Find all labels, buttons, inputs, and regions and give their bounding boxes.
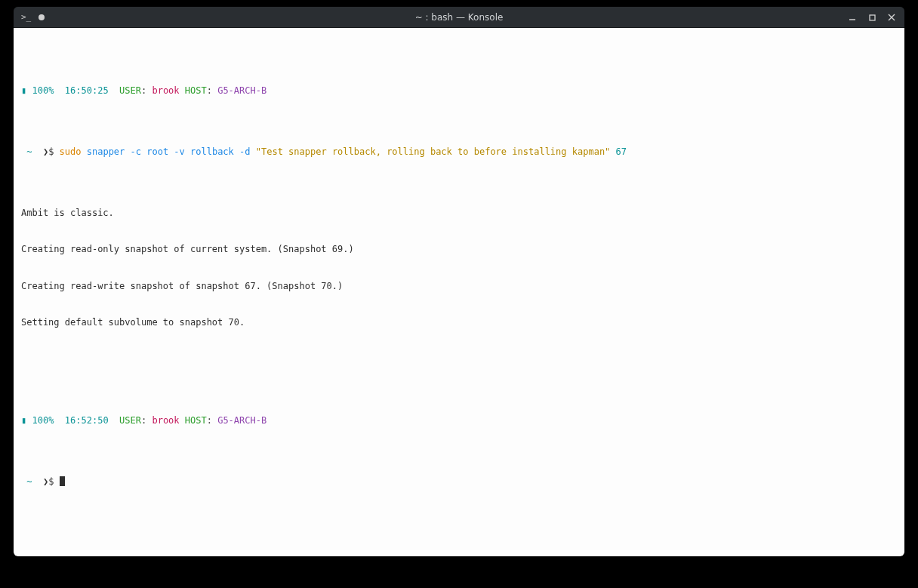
host-name: G5-ARCH-B — [217, 85, 266, 96]
titlebar[interactable]: >_ ~ : bash — Konsole — [14, 7, 904, 28]
minimize-icon — [849, 14, 856, 21]
minimize-button[interactable] — [844, 9, 861, 26]
maximize-button[interactable] — [864, 9, 880, 26]
output-line: Ambit is classic. — [21, 207, 897, 219]
prompt-symbol: ❯$ — [43, 476, 54, 487]
battery-icon: ▮ — [21, 85, 26, 96]
cmd-number: 67 — [616, 146, 627, 157]
tab-activity-dot — [39, 14, 45, 20]
cwd: ~ — [26, 146, 32, 157]
host-label: HOST — [185, 415, 207, 426]
maximize-icon — [869, 14, 876, 21]
time: 16:50:25 — [65, 85, 109, 96]
battery-pct: 100% — [32, 85, 54, 96]
cwd: ~ — [26, 476, 32, 487]
close-icon — [888, 14, 895, 21]
host-label: HOST — [185, 85, 207, 96]
user-label: USER — [119, 415, 141, 426]
cmd-args: snapper -c root -v rollback -d — [87, 146, 251, 157]
svg-rect-0 — [870, 15, 875, 20]
output-line: Setting default subvolume to snapshot 70… — [21, 316, 897, 328]
cmd-string: "Test snapper rollback, rolling back to … — [256, 146, 611, 157]
prompt-status-line: ▮ 100% 16:50:25 USER: brook HOST: G5-ARC… — [21, 85, 897, 97]
blank-line — [21, 353, 897, 365]
output-line: Creating read-only snapshot of current s… — [21, 243, 897, 255]
time: 16:52:50 — [65, 415, 109, 426]
user-label: USER — [119, 85, 141, 96]
command-line[interactable]: ~ ❯$ — [21, 476, 897, 488]
command-line: ~ ❯$ sudo snapper -c root -v rollback -d… — [21, 146, 897, 158]
output-line: Creating read-write snapshot of snapshot… — [21, 280, 897, 292]
host-name: G5-ARCH-B — [217, 415, 266, 426]
battery-icon: ▮ — [21, 415, 26, 426]
battery-pct: 100% — [32, 415, 54, 426]
window-controls — [844, 7, 900, 28]
close-button[interactable] — [883, 9, 900, 26]
user-name: brook — [152, 415, 179, 426]
prompt-symbol: ❯$ — [43, 146, 54, 157]
cursor — [60, 476, 65, 486]
prompt-status-line: ▮ 100% 16:52:50 USER: brook HOST: G5-ARC… — [21, 414, 897, 426]
cmd-sudo: sudo — [60, 146, 82, 157]
terminal-icon: >_ — [21, 12, 31, 22]
tab[interactable]: >_ — [14, 12, 45, 22]
konsole-window: >_ ~ : bash — Konsole ▮ 100% 16:50:25 US… — [14, 7, 904, 556]
terminal-viewport[interactable]: ▮ 100% 16:50:25 USER: brook HOST: G5-ARC… — [14, 28, 904, 556]
user-name: brook — [152, 85, 179, 96]
window-title: ~ : bash — Konsole — [14, 12, 904, 23]
